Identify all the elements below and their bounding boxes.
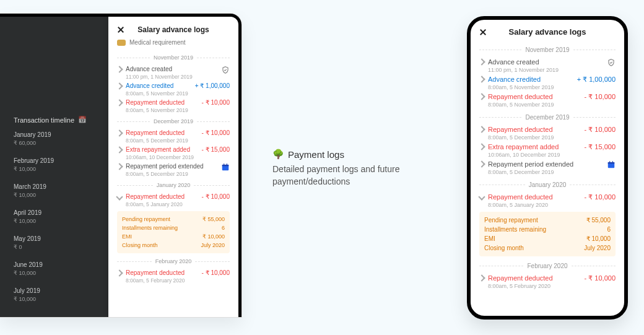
month-divider: January 2020 xyxy=(117,182,230,188)
log-title: Repayment deducted xyxy=(488,93,581,100)
log-timestamp: 8:00am, 5 November 2019 xyxy=(126,90,191,97)
log-timestamp: 8:00am, 5 November 2019 xyxy=(126,107,198,113)
log-row[interactable]: Repayment deducted8:00am, 5 November 201… xyxy=(479,90,616,108)
installments-remaining-value: 6 xyxy=(607,226,611,233)
log-amount: - ₹ 10,000 xyxy=(585,93,616,101)
chevron-right-icon[interactable] xyxy=(116,129,123,136)
log-amount: - ₹ 10,000 xyxy=(585,274,616,282)
svg-rect-5 xyxy=(608,162,615,163)
log-amount: - ₹ 15,000 xyxy=(585,143,616,151)
log-amount: - ₹ 10,000 xyxy=(202,129,230,136)
svg-rect-7 xyxy=(612,161,613,162)
log-title: Extra repayment added xyxy=(488,143,581,150)
calendar-icon xyxy=(607,160,616,169)
month-divider: February 2020 xyxy=(117,258,230,264)
emi-label: EMI xyxy=(484,235,495,242)
close-icon[interactable] xyxy=(479,28,487,36)
log-amount: + ₹ 1,00,000 xyxy=(577,76,616,84)
log-timestamp: 8:00am, 5 January 2020 xyxy=(488,202,581,208)
log-row[interactable]: Advance credited8:00am, 5 November 2019+… xyxy=(117,80,230,97)
log-timestamp: 11:00 pm, 1 November 2019 xyxy=(126,74,217,80)
pending-repayment-value: ₹ 55,000 xyxy=(586,217,611,224)
chevron-right-icon[interactable] xyxy=(478,76,485,82)
panel-title: Salary advance logs xyxy=(129,25,217,34)
log-row[interactable]: Repayment deducted8:00am, 5 February 202… xyxy=(117,267,230,284)
installments-remaining-value: 6 xyxy=(222,225,225,231)
month-divider: February 2020 xyxy=(479,263,616,269)
caption-heading: Payment logs xyxy=(288,149,344,160)
log-row[interactable]: Advance credited8:00am, 5 November 2019+… xyxy=(479,73,616,90)
log-row[interactable]: Repayment deducted8:00am, 5 November 201… xyxy=(117,97,230,113)
log-title: Advance credited xyxy=(488,76,573,83)
log-amount: - ₹ 10,000 xyxy=(585,126,616,134)
month-divider: November 2019 xyxy=(117,54,230,61)
chevron-right-icon[interactable] xyxy=(116,82,123,89)
log-timestamp: 8:00am, 5 February 2020 xyxy=(488,283,581,289)
chevron-right-icon[interactable] xyxy=(116,269,123,276)
month-divider: November 2019 xyxy=(479,46,616,53)
log-title: Repayment deducted xyxy=(126,99,198,106)
log-timestamp: 8:00am, 5 December 2019 xyxy=(488,169,603,175)
chevron-right-icon[interactable] xyxy=(116,66,123,72)
log-row[interactable]: Repayment deducted8:00am, 5 December 201… xyxy=(117,127,230,144)
chevron-right-icon[interactable] xyxy=(478,93,485,100)
log-title: Repayment deducted xyxy=(488,193,581,201)
mobile-mock: Salary advance logs November 2019Advance… xyxy=(467,16,628,320)
log-title: Extra repayment added xyxy=(126,146,198,153)
chevron-right-icon[interactable] xyxy=(478,58,485,65)
installments-remaining-label: Installments remaining xyxy=(122,225,178,231)
log-title: Repayment deducted xyxy=(488,126,581,133)
chevron-right-icon[interactable] xyxy=(116,163,123,170)
log-row[interactable]: Repayment period extended8:00am, 5 Decem… xyxy=(479,158,616,175)
panel-subtitle: Medical requirement xyxy=(108,38,238,50)
log-title: Advance created xyxy=(488,58,603,66)
installments-remaining-label: Installments remaining xyxy=(484,226,546,233)
desktop-mock: Transaction timeline 📅 January 2019 ₹ 60… xyxy=(0,14,242,317)
expanded-details: Pending repayment₹ 55,000 Installments r… xyxy=(117,211,230,253)
shield-icon xyxy=(607,58,616,67)
log-title: Repayment deducted xyxy=(488,274,581,282)
log-amount: - ₹ 10,000 xyxy=(202,99,230,106)
log-title: Repayment deducted xyxy=(126,193,198,200)
marketing-caption: 🌳 Payment logs Detailed payment logs and… xyxy=(272,149,433,188)
emi-value: ₹ 10,000 xyxy=(586,235,611,242)
closing-month-label: Closing month xyxy=(484,245,524,251)
chevron-right-icon[interactable] xyxy=(478,126,485,133)
chevron-right-icon[interactable] xyxy=(116,99,123,106)
log-row[interactable]: Advance created11:00 pm, 1 November 2019 xyxy=(479,56,616,73)
svg-rect-3 xyxy=(227,163,227,165)
chevron-down-icon[interactable] xyxy=(478,193,485,200)
chevron-down-icon[interactable] xyxy=(116,193,123,200)
chevron-right-icon[interactable] xyxy=(116,146,123,153)
closing-month-value: July 2020 xyxy=(201,242,225,248)
log-title: Repayment period extended xyxy=(126,163,217,170)
calendar-icon: 📅 xyxy=(78,116,87,124)
chevron-right-icon[interactable] xyxy=(478,274,485,281)
log-row[interactable]: Advance created11:00 pm, 1 November 2019 xyxy=(117,63,230,80)
chevron-right-icon[interactable] xyxy=(478,160,485,167)
log-row[interactable]: Extra repayment added10:06am, 10 Decembe… xyxy=(479,141,616,158)
shield-icon xyxy=(221,66,230,74)
log-row[interactable]: Repayment deducted8:00am, 5 January 2020… xyxy=(117,191,230,207)
log-row[interactable]: Extra repayment added10:06am, 10 Decembe… xyxy=(117,144,230,160)
log-timestamp: 8:00am, 5 January 2020 xyxy=(126,201,198,207)
emi-value: ₹ 10,000 xyxy=(202,233,225,240)
month-divider: December 2019 xyxy=(479,114,616,121)
log-row[interactable]: Repayment deducted8:00am, 5 December 201… xyxy=(479,123,616,141)
log-timestamp: 11:00 pm, 1 November 2019 xyxy=(488,67,603,73)
log-row[interactable]: Repayment period extended8:00am, 5 Decem… xyxy=(117,160,230,177)
chevron-right-icon[interactable] xyxy=(478,143,485,150)
log-row[interactable]: Repayment deducted8:00am, 5 January 2020… xyxy=(479,191,616,208)
log-row[interactable]: Repayment deducted8:00am, 5 February 202… xyxy=(479,272,616,289)
log-title: Repayment deducted xyxy=(126,129,198,136)
pending-repayment-label: Pending repayment xyxy=(122,216,170,222)
close-icon[interactable] xyxy=(117,26,124,33)
log-timestamp: 8:00am, 5 November 2019 xyxy=(488,84,573,90)
log-title: Repayment deducted xyxy=(126,269,198,276)
tree-icon: 🌳 xyxy=(272,149,284,160)
log-amount: - ₹ 10,000 xyxy=(585,193,616,201)
calendar-icon xyxy=(221,163,230,172)
month-divider: January 2020 xyxy=(479,181,616,188)
log-timestamp: 8:00am, 5 November 2019 xyxy=(488,102,581,108)
salary-advance-panel: Salary advance logs Medical requirement … xyxy=(108,17,238,317)
